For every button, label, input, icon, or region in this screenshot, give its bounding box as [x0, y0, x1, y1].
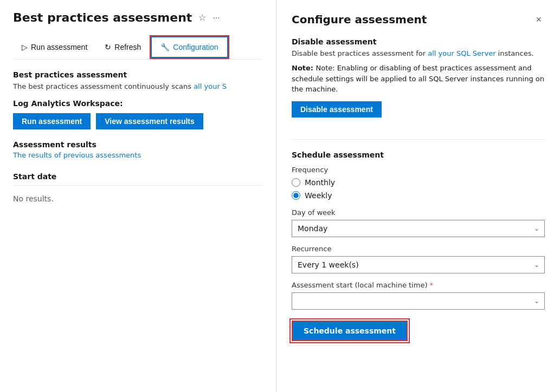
recurrence-select[interactable]: Every 1 week(s) Every 2 week(s) Every 3 … — [292, 256, 545, 273]
radio-weekly[interactable]: Weekly — [292, 191, 545, 200]
action-buttons: Run assessment View assessment results — [13, 113, 263, 129]
best-practices-desc: The best practices assessment continuous… — [13, 82, 263, 90]
page-title-area: Best practices assessment ☆ ··· — [13, 11, 263, 24]
day-of-week-select[interactable]: Monday Tuesday Wednesday Thursday Friday… — [292, 220, 545, 237]
disable-desc: Disable best practices assessment for al… — [292, 49, 545, 57]
favorite-icon[interactable]: ☆ — [197, 11, 207, 24]
page-title: Best practices assessment — [13, 11, 192, 24]
frequency-radio-group: Monthly Weekly — [292, 178, 545, 200]
left-panel: Best practices assessment ☆ ··· ▷ Run as… — [0, 0, 276, 392]
disable-section: Disable assessment Disable best practice… — [292, 37, 545, 128]
radio-weekly-input[interactable] — [292, 191, 300, 200]
day-of-week-field: Day of week Monday Tuesday Wednesday Thu… — [292, 208, 545, 237]
assessment-results-section: Assessment results The results of previo… — [13, 140, 263, 207]
note-text: Note: Note: Enabling or disabling of bes… — [292, 63, 545, 95]
radio-weekly-label: Weekly — [305, 191, 332, 200]
panel-title: Configure assessment — [292, 13, 427, 26]
panel-header: Configure assessment × — [292, 13, 545, 27]
recurrence-label: Recurrence — [292, 245, 545, 253]
more-options-icon[interactable]: ··· — [211, 12, 221, 24]
close-button[interactable]: × — [532, 13, 545, 27]
schedule-btn-wrapper: Schedule assessment — [292, 321, 545, 341]
assessment-start-select-wrapper: ⌄ — [292, 292, 545, 310]
radio-monthly-input[interactable] — [292, 178, 300, 187]
config-icon: 🔧 — [160, 43, 170, 51]
disable-assessment-button[interactable]: Disable assessment — [292, 101, 382, 117]
frequency-label: Frequency — [292, 166, 545, 174]
disable-title: Disable assessment — [292, 37, 545, 46]
page-title-icons: ☆ ··· — [197, 11, 221, 24]
toolbar: ▷ Run assessment ↻ Refresh 🔧 Configurati… — [13, 35, 263, 60]
assessment-start-field: Assessment start (local machine time) * … — [292, 281, 545, 310]
refresh-button[interactable]: ↻ Refresh — [96, 37, 150, 57]
day-of-week-select-wrapper: Monday Tuesday Wednesday Thursday Friday… — [292, 220, 545, 237]
radio-monthly[interactable]: Monthly — [292, 178, 545, 187]
table-header-start-date: Start date — [13, 168, 263, 186]
recurrence-select-wrapper: Every 1 week(s) Every 2 week(s) Every 3 … — [292, 256, 545, 273]
schedule-assessment-button[interactable]: Schedule assessment — [292, 321, 408, 341]
day-of-week-label: Day of week — [292, 208, 545, 217]
workspace-label: Log Analytics Workspace: — [13, 99, 263, 108]
table-row-no-results: No results. — [13, 190, 263, 207]
run-assessment-button[interactable]: ▷ Run assessment — [13, 37, 96, 57]
best-practices-section: Best practices assessment The best pract… — [13, 70, 263, 108]
recurrence-field: Recurrence Every 1 week(s) Every 2 week(… — [292, 245, 545, 273]
configuration-button[interactable]: 🔧 Configuration — [151, 36, 228, 58]
run-icon: ▷ — [22, 43, 28, 51]
assessment-results-title: Assessment results — [13, 140, 263, 149]
config-btn-wrapper: 🔧 Configuration — [150, 35, 229, 59]
radio-monthly-label: Monthly — [305, 178, 335, 187]
assessment-start-label: Assessment start (local machine time) * — [292, 281, 545, 289]
assessment-results-desc: The results of previous assessments — [13, 151, 263, 159]
view-results-button[interactable]: View assessment results — [96, 113, 203, 129]
right-panel: Configure assessment × Disable assessmen… — [276, 0, 560, 392]
assessment-start-select[interactable] — [292, 292, 545, 310]
best-practices-title: Best practices assessment — [13, 70, 263, 79]
refresh-icon: ↻ — [105, 43, 111, 51]
run-assessment-main-button[interactable]: Run assessment — [13, 113, 91, 129]
schedule-section: Schedule assessment Frequency Monthly We… — [292, 139, 545, 341]
schedule-title: Schedule assessment — [292, 151, 545, 159]
